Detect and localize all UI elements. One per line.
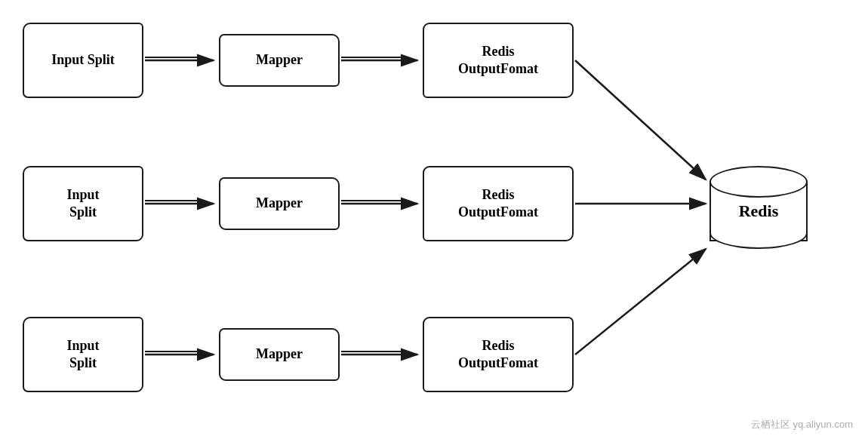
- redis-cylinder: Redis: [709, 158, 808, 256]
- arrow-r3-output-redis: [575, 249, 706, 355]
- input-split-2: InputSplit: [23, 166, 143, 241]
- input-split-3: InputSplit: [23, 317, 143, 392]
- cylinder-bottom: [709, 217, 808, 249]
- redis-output-3: RedisOutputFomat: [423, 317, 574, 392]
- redis-output-2: RedisOutputFomat: [423, 166, 574, 241]
- input-split-1: Input Split: [23, 23, 143, 98]
- mapper-1: Mapper: [219, 34, 340, 87]
- redis-label: Redis: [709, 201, 808, 221]
- arrow-r1-output-redis: [575, 60, 706, 180]
- watermark: 云栖社区 yq.aliyun.com: [751, 418, 853, 431]
- cylinder-top: [709, 166, 808, 198]
- mapper-3: Mapper: [219, 328, 340, 381]
- redis-output-1: RedisOutputFomat: [423, 23, 574, 98]
- mapper-2: Mapper: [219, 177, 340, 230]
- diagram-container: Input Split Mapper RedisOutputFomat Inpu…: [0, 0, 868, 439]
